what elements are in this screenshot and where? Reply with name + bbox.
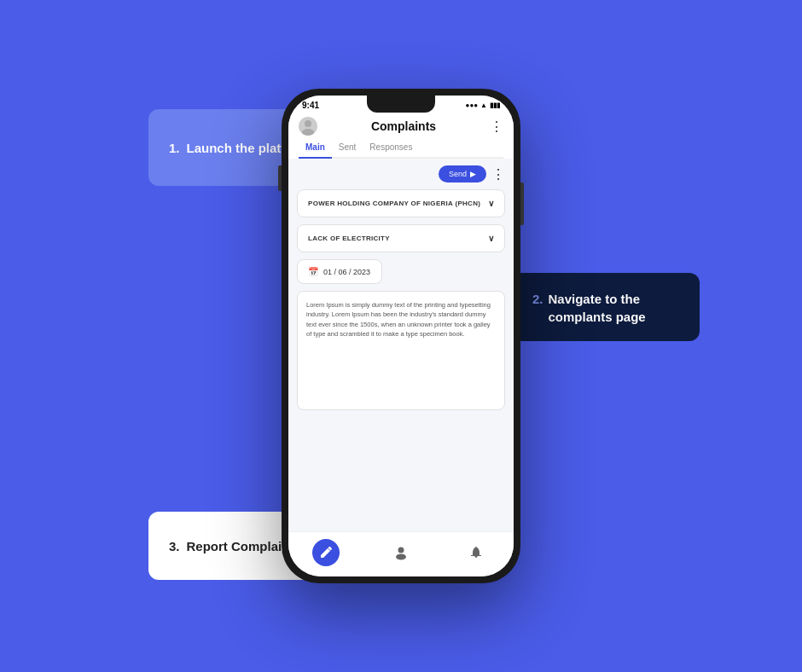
svg-point-2 bbox=[398, 547, 404, 553]
phone-screen: 9:41 ●●● ▲ ▮▮▮ Complaints bbox=[288, 96, 514, 576]
complaint-text-area[interactable]: Lorem Ipsum is simply dummy text of the … bbox=[297, 291, 505, 410]
wifi-icon: ▲ bbox=[480, 101, 487, 109]
svg-point-1 bbox=[302, 129, 314, 136]
issue-dropdown[interactable]: LACK OF ELECTRICITY ∨ bbox=[297, 224, 505, 252]
status-time: 9:41 bbox=[302, 101, 319, 110]
more-options-content-icon[interactable]: ⋮ bbox=[491, 166, 505, 182]
send-label: Send bbox=[449, 170, 467, 178]
svg-point-3 bbox=[396, 554, 406, 560]
profile-icon bbox=[387, 539, 415, 566]
status-icons: ●●● ▲ ▮▮▮ bbox=[466, 101, 500, 109]
phone-mockup: 9:41 ●●● ▲ ▮▮▮ Complaints bbox=[282, 89, 520, 583]
nav-item-compose[interactable] bbox=[312, 539, 340, 566]
chevron-down-icon: ∨ bbox=[488, 199, 494, 208]
step-3-text: Report Complaint bbox=[187, 537, 294, 555]
step-3-number: 3. bbox=[169, 537, 180, 555]
step-2-text: Navigate to the complants page bbox=[549, 290, 679, 326]
tab-main[interactable]: Main bbox=[299, 139, 332, 157]
tab-sent[interactable]: Sent bbox=[332, 139, 363, 157]
chevron-down-issue-icon: ∨ bbox=[488, 234, 494, 243]
bottom-nav bbox=[288, 531, 514, 576]
avatar bbox=[299, 117, 317, 136]
step-2-number: 2. bbox=[532, 290, 543, 308]
phone-outer: 9:41 ●●● ▲ ▮▮▮ Complaints bbox=[282, 89, 520, 583]
action-row: Send ▶ ⋮ bbox=[297, 165, 505, 182]
date-field[interactable]: 📅 01 / 06 / 2023 bbox=[297, 259, 382, 284]
signal-icon: ●●● bbox=[466, 101, 479, 109]
nav-item-notifications[interactable] bbox=[462, 539, 490, 566]
nav-item-profile[interactable] bbox=[387, 539, 415, 566]
tab-responses[interactable]: Responses bbox=[363, 139, 419, 157]
date-value: 01 / 06 / 2023 bbox=[323, 268, 370, 276]
send-arrow-icon: ▶ bbox=[470, 170, 476, 178]
agency-dropdown[interactable]: POWER HOLDING COMPANY OF NIGERIA (PHCN) … bbox=[297, 189, 505, 217]
issue-label: LACK OF ELECTRICITY bbox=[308, 235, 390, 242]
send-button[interactable]: Send ▶ bbox=[439, 165, 486, 182]
svg-point-0 bbox=[305, 120, 311, 127]
notch bbox=[367, 96, 435, 113]
app-header: Complaints ⋮ Main Sent Responses bbox=[288, 112, 514, 159]
bell-icon bbox=[462, 539, 490, 566]
complaint-body-text: Lorem Ipsum is simply dummy text of the … bbox=[306, 301, 491, 338]
agency-label: POWER HOLDING COMPANY OF NIGERIA (PHCN) bbox=[308, 200, 480, 207]
content-area: Send ▶ ⋮ POWER HOLDING COMPANY OF NIGERI… bbox=[288, 159, 514, 531]
step-1-label: 1. bbox=[169, 139, 180, 157]
compose-icon bbox=[312, 539, 340, 566]
app-title: Complaints bbox=[317, 119, 490, 133]
app-title-row: Complaints ⋮ bbox=[299, 117, 503, 136]
step-2-card: 2. Navigate to the complants page bbox=[512, 273, 700, 341]
calendar-icon: 📅 bbox=[308, 267, 318, 276]
tabs-row: Main Sent Responses bbox=[299, 139, 503, 159]
more-options-icon[interactable]: ⋮ bbox=[490, 119, 503, 135]
battery-icon: ▮▮▮ bbox=[490, 101, 500, 109]
